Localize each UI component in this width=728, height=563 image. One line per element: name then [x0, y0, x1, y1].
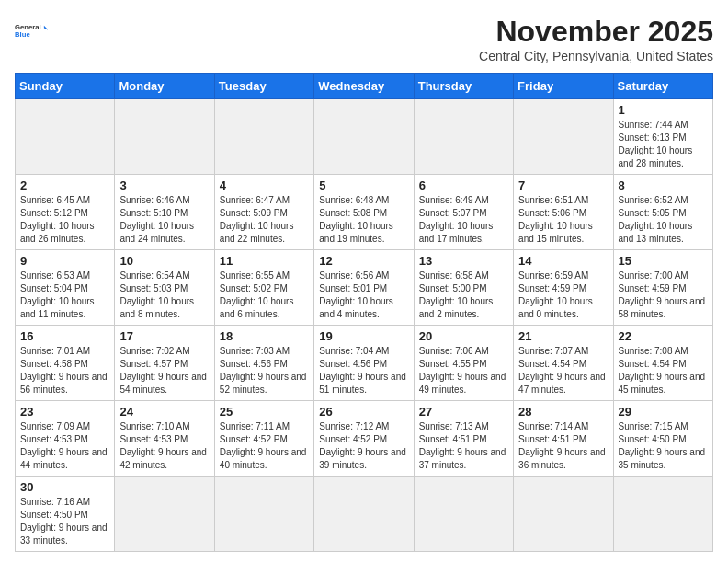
calendar-cell	[414, 477, 513, 552]
day-number: 5	[319, 178, 408, 192]
day-info: Sunrise: 7:44 AM Sunset: 6:13 PM Dayligh…	[619, 119, 708, 170]
calendar-cell: 12Sunrise: 6:56 AM Sunset: 5:01 PM Dayli…	[314, 250, 414, 326]
calendar-cell: 15Sunrise: 7:00 AM Sunset: 4:59 PM Dayli…	[613, 250, 712, 326]
day-info: Sunrise: 7:16 AM Sunset: 4:50 PM Dayligh…	[20, 496, 109, 547]
calendar-week-2: 2Sunrise: 6:45 AM Sunset: 5:12 PM Daylig…	[16, 175, 713, 250]
day-number: 1	[619, 103, 708, 117]
svg-text:Blue: Blue	[15, 30, 30, 39]
calendar-cell	[16, 99, 115, 175]
day-info: Sunrise: 6:59 AM Sunset: 4:59 PM Dayligh…	[518, 270, 608, 321]
calendar-cell	[514, 99, 613, 175]
day-info: Sunrise: 7:14 AM Sunset: 4:51 PM Dayligh…	[518, 420, 608, 472]
calendar-cell: 18Sunrise: 7:03 AM Sunset: 4:56 PM Dayli…	[214, 326, 313, 401]
day-info: Sunrise: 7:03 AM Sunset: 4:56 PM Dayligh…	[220, 345, 309, 396]
day-number: 7	[518, 178, 608, 192]
day-info: Sunrise: 7:06 AM Sunset: 4:55 PM Dayligh…	[419, 345, 508, 396]
day-info: Sunrise: 6:56 AM Sunset: 5:01 PM Dayligh…	[319, 270, 408, 321]
calendar-week-5: 23Sunrise: 7:09 AM Sunset: 4:53 PM Dayli…	[16, 401, 713, 477]
day-info: Sunrise: 6:55 AM Sunset: 5:02 PM Dayligh…	[220, 270, 309, 321]
calendar-cell: 25Sunrise: 7:11 AM Sunset: 4:52 PM Dayli…	[214, 401, 313, 477]
day-number: 14	[518, 254, 608, 268]
day-info: Sunrise: 6:48 AM Sunset: 5:08 PM Dayligh…	[319, 194, 408, 246]
logo: General Blue	[15, 15, 48, 48]
calendar-cell: 26Sunrise: 7:12 AM Sunset: 4:52 PM Dayli…	[314, 401, 414, 477]
day-number: 24	[119, 405, 209, 419]
calendar-week-3: 9Sunrise: 6:53 AM Sunset: 5:04 PM Daylig…	[16, 250, 713, 326]
day-number: 20	[419, 329, 508, 343]
calendar-cell	[414, 99, 513, 175]
calendar-cell: 9Sunrise: 6:53 AM Sunset: 5:04 PM Daylig…	[16, 250, 115, 326]
day-number: 21	[518, 329, 608, 343]
day-info: Sunrise: 7:12 AM Sunset: 4:52 PM Dayligh…	[319, 420, 408, 472]
calendar-cell: 20Sunrise: 7:06 AM Sunset: 4:55 PM Dayli…	[414, 326, 513, 401]
day-info: Sunrise: 6:53 AM Sunset: 5:04 PM Dayligh…	[20, 270, 109, 321]
calendar-cell: 8Sunrise: 6:52 AM Sunset: 5:05 PM Daylig…	[613, 175, 712, 250]
day-number: 11	[220, 254, 309, 268]
day-number: 28	[518, 405, 608, 419]
column-header-friday: Friday	[514, 74, 613, 99]
calendar-cell: 29Sunrise: 7:15 AM Sunset: 4:50 PM Dayli…	[613, 401, 712, 477]
column-header-sunday: Sunday	[16, 74, 115, 99]
calendar-week-1: 1Sunrise: 7:44 AM Sunset: 6:13 PM Daylig…	[16, 99, 713, 175]
calendar-cell: 17Sunrise: 7:02 AM Sunset: 4:57 PM Dayli…	[115, 326, 214, 401]
day-info: Sunrise: 7:01 AM Sunset: 4:58 PM Dayligh…	[20, 345, 109, 396]
calendar-cell: 30Sunrise: 7:16 AM Sunset: 4:50 PM Dayli…	[16, 477, 115, 552]
calendar-cell: 23Sunrise: 7:09 AM Sunset: 4:53 PM Dayli…	[16, 401, 115, 477]
calendar-cell: 1Sunrise: 7:44 AM Sunset: 6:13 PM Daylig…	[613, 99, 712, 175]
calendar-cell: 13Sunrise: 6:58 AM Sunset: 5:00 PM Dayli…	[414, 250, 513, 326]
day-number: 18	[220, 329, 309, 343]
day-number: 10	[119, 254, 209, 268]
day-number: 6	[419, 178, 508, 192]
day-number: 25	[220, 405, 309, 419]
day-info: Sunrise: 7:08 AM Sunset: 4:54 PM Dayligh…	[619, 345, 708, 396]
day-info: Sunrise: 6:45 AM Sunset: 5:12 PM Dayligh…	[20, 194, 109, 246]
calendar-cell	[514, 477, 613, 552]
day-number: 3	[119, 178, 209, 192]
day-number: 12	[319, 254, 408, 268]
day-info: Sunrise: 7:10 AM Sunset: 4:53 PM Dayligh…	[119, 420, 209, 472]
day-number: 22	[619, 329, 708, 343]
day-number: 13	[419, 254, 508, 268]
calendar-cell: 2Sunrise: 6:45 AM Sunset: 5:12 PM Daylig…	[16, 175, 115, 250]
day-info: Sunrise: 6:58 AM Sunset: 5:00 PM Dayligh…	[419, 270, 508, 321]
day-number: 23	[20, 405, 109, 419]
calendar-cell: 27Sunrise: 7:13 AM Sunset: 4:51 PM Dayli…	[414, 401, 513, 477]
day-number: 29	[619, 405, 708, 419]
day-info: Sunrise: 6:47 AM Sunset: 5:09 PM Dayligh…	[220, 194, 309, 246]
day-info: Sunrise: 7:09 AM Sunset: 4:53 PM Dayligh…	[20, 420, 109, 472]
title-block: November 2025 Central City, Pennsylvania…	[479, 15, 713, 63]
location: Central City, Pennsylvania, United State…	[479, 49, 713, 63]
calendar-cell: 28Sunrise: 7:14 AM Sunset: 4:51 PM Dayli…	[514, 401, 613, 477]
column-header-tuesday: Tuesday	[214, 74, 313, 99]
calendar-cell: 22Sunrise: 7:08 AM Sunset: 4:54 PM Dayli…	[613, 326, 712, 401]
day-number: 2	[20, 178, 109, 192]
calendar-cell: 10Sunrise: 6:54 AM Sunset: 5:03 PM Dayli…	[115, 250, 214, 326]
day-info: Sunrise: 7:11 AM Sunset: 4:52 PM Dayligh…	[220, 420, 309, 472]
day-info: Sunrise: 7:07 AM Sunset: 4:54 PM Dayligh…	[518, 345, 608, 396]
day-info: Sunrise: 6:52 AM Sunset: 5:05 PM Dayligh…	[619, 194, 708, 246]
day-number: 16	[20, 329, 109, 343]
column-header-wednesday: Wednesday	[314, 74, 414, 99]
calendar-week-6: 30Sunrise: 7:16 AM Sunset: 4:50 PM Dayli…	[16, 477, 713, 552]
calendar-week-4: 16Sunrise: 7:01 AM Sunset: 4:58 PM Dayli…	[16, 326, 713, 401]
calendar-cell	[314, 99, 414, 175]
day-number: 27	[419, 405, 508, 419]
calendar-cell	[314, 477, 414, 552]
day-info: Sunrise: 7:00 AM Sunset: 4:59 PM Dayligh…	[619, 270, 708, 321]
page-header: General Blue November 2025 Central City,…	[15, 15, 713, 63]
calendar-cell	[214, 99, 313, 175]
day-info: Sunrise: 7:02 AM Sunset: 4:57 PM Dayligh…	[119, 345, 209, 396]
calendar-cell	[613, 477, 712, 552]
day-number: 19	[319, 329, 408, 343]
calendar-cell: 14Sunrise: 6:59 AM Sunset: 4:59 PM Dayli…	[514, 250, 613, 326]
column-header-monday: Monday	[115, 74, 214, 99]
day-number: 8	[619, 178, 708, 192]
day-info: Sunrise: 7:15 AM Sunset: 4:50 PM Dayligh…	[619, 420, 708, 472]
svg-text:General: General	[15, 23, 41, 31]
calendar-cell: 5Sunrise: 6:48 AM Sunset: 5:08 PM Daylig…	[314, 175, 414, 250]
calendar-cell: 24Sunrise: 7:10 AM Sunset: 4:53 PM Dayli…	[115, 401, 214, 477]
day-number: 9	[20, 254, 109, 268]
svg-marker-2	[44, 26, 48, 30]
day-number: 26	[319, 405, 408, 419]
calendar-cell: 21Sunrise: 7:07 AM Sunset: 4:54 PM Dayli…	[514, 326, 613, 401]
